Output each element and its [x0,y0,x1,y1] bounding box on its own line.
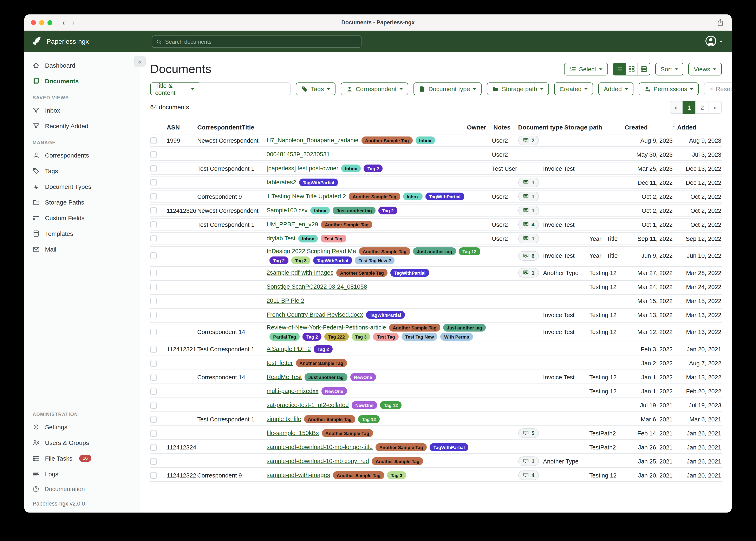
sidebar-item-custom-fields[interactable]: Custom Fields [24,210,140,226]
document-link[interactable]: sample-pdf-download-10-mb-longer-title [267,443,373,451]
sidebar-item-document-types[interactable]: #Document Types [24,179,140,194]
document-link[interactable]: ReadMe Test [267,373,302,381]
document-link[interactable]: test_letter [267,359,293,367]
sidebar-item-templates[interactable]: Templates [24,226,140,241]
search-input[interactable] [165,39,357,45]
filter-document-type-button[interactable]: Document type [413,83,482,95]
tag-inbox[interactable]: Inbox [415,137,435,144]
share-icon[interactable] [716,18,724,28]
sidebar-item-logs[interactable]: Logs [24,466,140,482]
user-menu[interactable] [705,35,723,48]
row-checkbox[interactable] [150,374,157,380]
notes-badge[interactable]: 1 [518,192,539,201]
sidebar-item-documents[interactable]: Documents [24,73,140,89]
text-filter-input[interactable] [200,83,291,95]
tag-inbox[interactable]: Inbox [310,207,330,215]
filter-permissions-button[interactable]: Permissions [639,83,699,95]
row-checkbox[interactable] [150,165,157,172]
tag-tagwithpartial[interactable]: TagWithPartial [366,311,405,319]
tag-another-sample-tag[interactable]: Another Sample Tag [359,248,410,255]
tag-test-tag[interactable]: Test Tag [373,333,399,340]
sidebar-item-documentation[interactable]: Documentation [24,482,140,496]
column-header-owner[interactable]: Owner [467,124,493,131]
tag-tag-2[interactable]: Tag 2 [303,333,322,340]
sidebar-item-file-tasks[interactable]: File Tasks16 [24,450,140,466]
notes-badge[interactable]: 1 [518,206,539,215]
row-checkbox[interactable] [150,430,157,436]
column-header-document-type[interactable]: Document type [518,124,564,131]
sidebar-item-mail[interactable]: Mail [24,241,140,257]
tag-tagwithpartial[interactable]: TagWithPartial [299,179,338,186]
row-checkbox[interactable] [150,416,157,422]
column-header-added[interactable]: ↑Added [648,124,696,131]
row-checkbox[interactable] [150,297,157,304]
row-checkbox[interactable] [150,137,157,144]
tag-with-perms[interactable]: With Perms [441,333,473,340]
tag-just-another-tag[interactable]: Just another tag [443,324,486,331]
row-checkbox[interactable] [150,360,157,366]
document-link[interactable]: 1 Testing New Title Updated 2 [267,192,346,201]
notes-badge[interactable]: 5 [518,428,539,438]
tag-tag-12[interactable]: Tag 12 [380,401,402,409]
tag-another-sample-tag[interactable]: Another Sample Tag [336,269,387,277]
document-link[interactable]: 2sample-pdf-with-images [267,269,333,277]
tag-another-sample-tag[interactable]: Another Sample Tag [361,137,412,144]
document-link[interactable]: file-sample_150kBs [267,429,319,437]
document-link[interactable]: Review-of-New-York-Federal-Petitions-art… [267,323,386,332]
document-link[interactable]: 2011 BP Pie 2 [267,296,304,305]
notes-badge[interactable]: 1 [518,456,539,466]
global-search[interactable] [152,35,361,48]
document-link[interactable]: sample-pdf-download-10-mb copy_red [267,457,369,465]
pagination-prev-button[interactable]: « [670,101,683,114]
notes-badge[interactable]: 1 [518,234,539,243]
document-link[interactable]: Sample100.csv [267,206,307,215]
row-checkbox[interactable] [150,179,157,186]
tag-inbox[interactable]: Inbox [341,165,361,172]
document-link[interactable]: [paperless] test post-owner [267,164,338,173]
row-checkbox[interactable] [150,346,157,352]
view-mode-grid-button[interactable] [625,63,638,76]
sidebar-item-inbox[interactable]: Inbox [24,102,140,118]
tag-another-sample-tag[interactable]: Another Sample Tag [389,324,440,331]
tag-just-another-tag[interactable]: Just another tag [305,373,347,381]
row-checkbox[interactable] [150,270,157,276]
column-header-asn[interactable]: ASN [167,124,197,131]
tag-tag-3[interactable]: Tag 3 [291,257,310,264]
column-header-notes[interactable]: Notes [493,124,518,131]
row-checkbox[interactable] [150,402,157,408]
column-header-created[interactable]: Created [606,124,648,131]
tag-test-tag-new[interactable]: Test Tag New [402,333,438,340]
filter-added-button[interactable]: Added [599,83,633,95]
sidebar-item-correspondents[interactable]: Correspondents [24,147,140,163]
notes-badge[interactable]: 2 [518,136,539,145]
notes-badge[interactable]: 1 [518,268,539,277]
sort-button[interactable]: Sort [655,63,683,76]
tag-tag-12[interactable]: Tag 12 [358,415,380,423]
filter-tags-button[interactable]: Tags [296,83,335,95]
brand[interactable]: Paperless-ngx [24,36,140,48]
notes-badge[interactable]: 6 [518,251,539,261]
sidebar-item-storage-paths[interactable]: Storage Paths [24,194,140,210]
tag-another-sample-tag[interactable]: Another Sample Tag [376,443,427,451]
document-link[interactable]: sat-practice-test-1_pt2-collated [267,401,349,409]
tag-another-sample-tag[interactable]: Another Sample Tag [322,429,373,437]
tag-another-sample-tag[interactable]: Another Sample Tag [296,359,347,367]
tag-tagwithpartial[interactable]: TagWithPartial [425,193,464,201]
tag-tag-2[interactable]: Tag 2 [378,207,397,215]
tag-another-sample-tag[interactable]: Another Sample Tag [333,471,384,479]
tag-tagwithpartial[interactable]: TagWithPartial [390,269,429,277]
document-link[interactable]: multi-page-mixedxx [267,387,318,395]
row-checkbox[interactable] [150,207,157,214]
tag-newone[interactable]: NewOne [350,373,376,381]
notes-badge[interactable]: 4 [518,470,539,480]
row-checkbox[interactable] [150,283,157,290]
row-checkbox[interactable] [150,221,157,228]
document-link[interactable]: H7_Napoleon_Bonaparte_zadanie [267,136,358,145]
row-checkbox[interactable] [150,444,157,450]
views-button[interactable]: Views [689,63,722,76]
row-checkbox[interactable] [150,253,157,259]
tag-inbox[interactable]: Inbox [403,193,423,201]
column-header-storage-path[interactable]: Storage path [564,124,606,131]
sidebar-item-settings[interactable]: Settings [24,419,140,435]
tag-test-tag[interactable]: Test Tag [321,235,346,243]
